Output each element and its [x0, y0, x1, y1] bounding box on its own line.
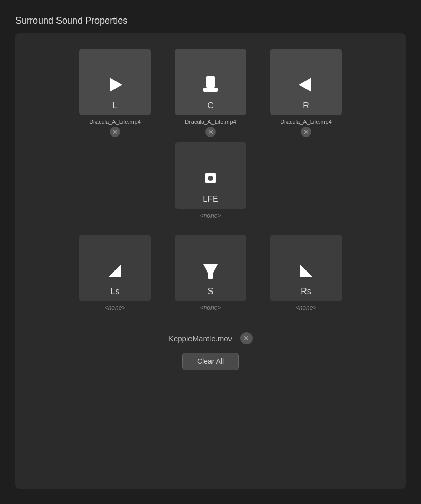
Ls-icon — [104, 259, 126, 284]
LFE-icon — [199, 167, 222, 191]
S-filename: <none> — [200, 304, 221, 312]
Rs-label: Rs — [301, 287, 311, 296]
svg-marker-3 — [299, 77, 311, 92]
channel-box-S[interactable]: S — [175, 235, 246, 301]
bottom-file-remove-button[interactable]: ✕ — [240, 332, 253, 344]
svg-marker-9 — [300, 264, 312, 277]
channel-box-Ls[interactable]: Ls — [79, 235, 151, 301]
channel-cell-L: L Dracula_A_Life.mp4 ✕ — [71, 49, 159, 137]
L-remove-icon: ✕ — [112, 128, 118, 136]
bottom-file-row: KeppieMantle.mov ✕ — [26, 332, 395, 344]
clear-all-button[interactable]: Clear All — [182, 353, 239, 370]
Rs-icon — [295, 259, 317, 284]
panel-title: Surround Sound Properties — [15, 15, 406, 26]
channel-cell-Rs: Rs <none> — [262, 235, 350, 312]
bottom-section: KeppieMantle.mov ✕ Clear All — [26, 332, 395, 370]
Ls-filename: <none> — [105, 304, 126, 312]
channel-box-L[interactable]: L — [79, 49, 151, 115]
channel-cell-LFE: LFE <none> — [167, 142, 254, 219]
svg-rect-8 — [208, 274, 213, 279]
channel-grid: L Dracula_A_Life.mp4 ✕ — [26, 49, 395, 317]
LFE-filename: <none> — [200, 212, 221, 219]
R-remove-icon: ✕ — [303, 128, 309, 136]
channel-cell-Ls: Ls <none> — [71, 235, 159, 312]
svg-rect-1 — [206, 76, 215, 88]
LFE-label: LFE — [203, 195, 218, 204]
svg-marker-6 — [109, 264, 121, 277]
channel-cell-R: R Dracula_A_Life.mp4 ✕ — [262, 49, 350, 137]
channel-cell-C: C Dracula_A_Life.mp4 ✕ — [167, 49, 254, 137]
svg-point-5 — [208, 176, 213, 181]
C-icon — [199, 73, 222, 98]
mid-row: LFE <none> — [26, 142, 395, 219]
bottom-row: Ls <none> S <none> — [26, 235, 395, 312]
R-label: R — [303, 101, 309, 110]
C-remove-icon: ✕ — [208, 128, 214, 136]
channel-box-LFE[interactable]: LFE — [175, 142, 246, 209]
channel-box-C[interactable]: C — [175, 49, 246, 115]
channel-box-Rs[interactable]: Rs — [270, 235, 342, 301]
bottom-file-name: KeppieMantle.mov — [168, 334, 232, 343]
S-label: S — [208, 287, 214, 296]
S-icon — [199, 259, 222, 284]
L-remove-button[interactable]: ✕ — [110, 127, 120, 137]
R-remove-button[interactable]: ✕ — [301, 127, 311, 137]
C-filename: Dracula_A_Life.mp4 — [185, 119, 236, 125]
channel-box-R[interactable]: R — [270, 49, 342, 115]
svg-marker-0 — [110, 77, 122, 92]
bottom-file-remove-icon: ✕ — [243, 334, 250, 342]
R-icon — [295, 73, 317, 98]
channel-cell-S: S <none> — [167, 235, 254, 312]
surround-sound-panel: L Dracula_A_Life.mp4 ✕ — [15, 33, 406, 489]
C-label: C — [207, 101, 214, 110]
svg-rect-2 — [203, 88, 218, 92]
Rs-filename: <none> — [296, 304, 317, 312]
Ls-label: Ls — [111, 287, 120, 296]
L-label: L — [113, 101, 118, 110]
L-icon — [104, 73, 126, 98]
top-row: L Dracula_A_Life.mp4 ✕ — [26, 49, 395, 137]
R-filename: Dracula_A_Life.mp4 — [280, 119, 332, 125]
svg-marker-7 — [203, 264, 218, 274]
C-remove-button[interactable]: ✕ — [205, 127, 216, 137]
L-filename: Dracula_A_Life.mp4 — [89, 119, 141, 125]
